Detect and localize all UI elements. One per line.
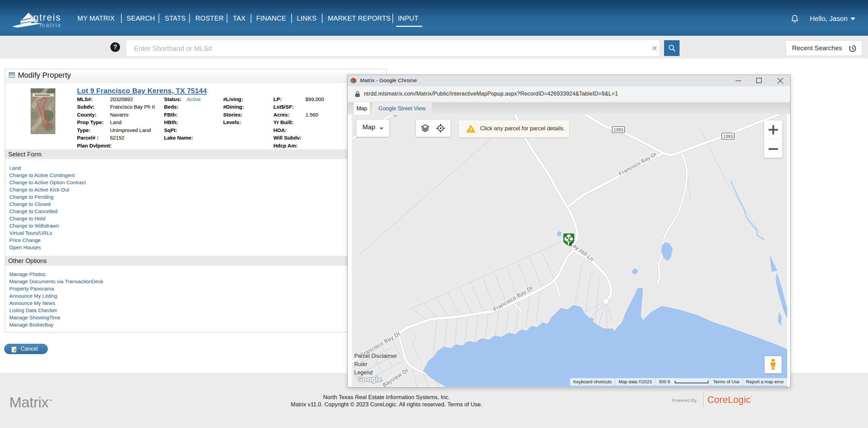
svg-text:1393: 1393 — [723, 134, 733, 139]
svg-text:Google: Google — [357, 375, 382, 383]
svg-text:matrix: matrix — [40, 22, 62, 29]
svg-text:1: 1 — [569, 241, 572, 247]
svg-text:1393: 1393 — [614, 128, 623, 132]
svg-text:ntreis: ntreis — [33, 12, 61, 23]
